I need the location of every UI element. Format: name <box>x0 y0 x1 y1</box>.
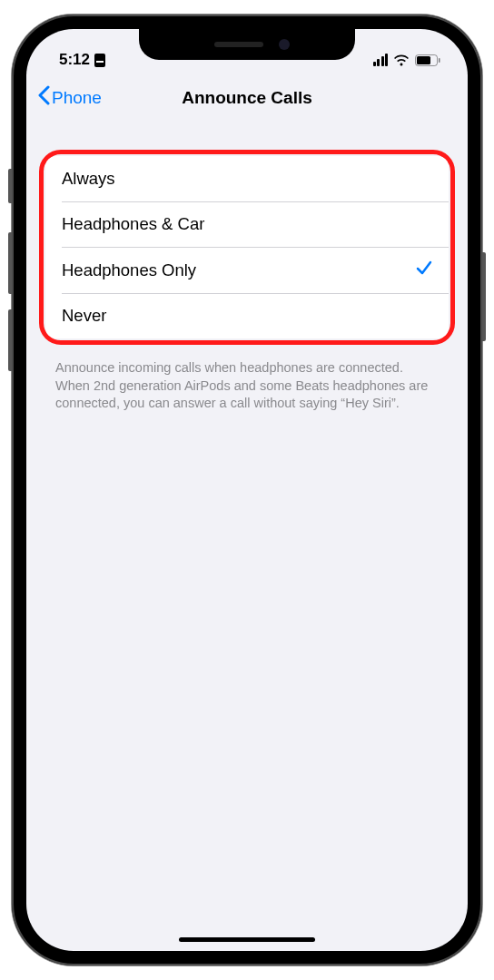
svg-rect-4 <box>439 58 440 63</box>
home-indicator[interactable] <box>179 937 315 942</box>
section-footer-text: Announce incoming calls when headphones … <box>39 352 455 413</box>
phone-frame: 5:12 <box>12 15 482 965</box>
option-label: Always <box>62 169 115 189</box>
notch <box>139 29 355 60</box>
content-area: Always Headphones & Car Headphones Only … <box>26 122 468 413</box>
option-headphones-car[interactable]: Headphones & Car <box>45 201 449 247</box>
option-headphones-only[interactable]: Headphones Only <box>45 247 449 293</box>
option-label: Headphones & Car <box>62 214 204 234</box>
option-label: Headphones Only <box>62 260 196 280</box>
cellular-signal-icon <box>373 54 389 66</box>
speaker-grille <box>214 42 263 47</box>
mute-switch <box>8 169 12 203</box>
screen: 5:12 <box>26 29 468 951</box>
volume-up-button <box>8 232 12 294</box>
option-always[interactable]: Always <box>45 156 449 201</box>
option-never[interactable]: Never <box>45 293 449 338</box>
highlight-annotation: Always Headphones & Car Headphones Only … <box>39 150 455 345</box>
page-title: Announce Calls <box>182 88 312 108</box>
back-label: Phone <box>52 88 102 108</box>
battery-icon <box>415 54 440 66</box>
chevron-left-icon <box>37 85 50 110</box>
navigation-bar: Phone Announce Calls <box>26 74 468 122</box>
announce-options-list: Always Headphones & Car Headphones Only … <box>45 156 449 338</box>
status-time: 5:12 <box>59 51 90 69</box>
status-left: 5:12 <box>59 51 105 69</box>
power-button <box>482 252 486 341</box>
svg-rect-3 <box>417 56 430 64</box>
portrait-lock-icon <box>94 54 105 67</box>
checkmark-icon <box>416 260 432 280</box>
back-button[interactable]: Phone <box>37 85 102 110</box>
option-label: Never <box>62 306 106 326</box>
volume-down-button <box>8 309 12 371</box>
wifi-icon <box>393 54 410 66</box>
svg-rect-0 <box>94 54 105 67</box>
status-right <box>373 54 441 66</box>
svg-rect-1 <box>96 61 104 63</box>
front-camera <box>279 39 290 50</box>
